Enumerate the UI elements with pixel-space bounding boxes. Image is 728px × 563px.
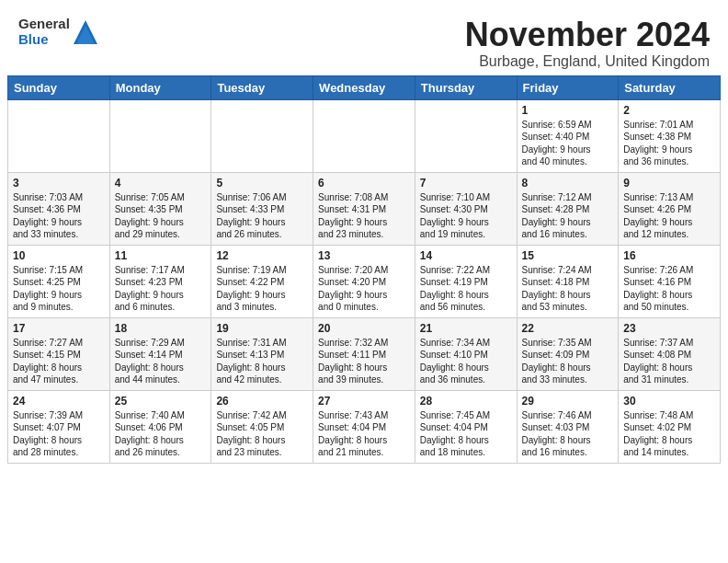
calendar-cell: 23Sunrise: 7:37 AM Sunset: 4:08 PM Dayli…	[619, 317, 721, 390]
day-number: 20	[318, 322, 410, 335]
day-number: 8	[522, 177, 614, 190]
calendar-cell: 9Sunrise: 7:13 AM Sunset: 4:26 PM Daylig…	[619, 172, 721, 245]
day-info: Sunrise: 7:19 AM Sunset: 4:22 PM Dayligh…	[216, 264, 308, 314]
calendar-cell: 25Sunrise: 7:40 AM Sunset: 4:06 PM Dayli…	[109, 390, 211, 463]
calendar-cell: 15Sunrise: 7:24 AM Sunset: 4:18 PM Dayli…	[517, 245, 619, 317]
day-info: Sunrise: 7:05 AM Sunset: 4:35 PM Dayligh…	[115, 191, 207, 241]
calendar-cell	[8, 99, 110, 172]
day-number: 3	[13, 177, 105, 190]
day-number: 15	[522, 249, 614, 262]
calendar-table: SundayMondayTuesdayWednesdayThursdayFrid…	[7, 75, 721, 464]
day-info: Sunrise: 7:45 AM Sunset: 4:04 PM Dayligh…	[420, 409, 512, 459]
weekday-header-tuesday: Tuesday	[211, 75, 313, 99]
calendar-cell: 4Sunrise: 7:05 AM Sunset: 4:35 PM Daylig…	[109, 172, 211, 245]
day-info: Sunrise: 7:08 AM Sunset: 4:31 PM Dayligh…	[318, 191, 410, 241]
calendar-cell: 20Sunrise: 7:32 AM Sunset: 4:11 PM Dayli…	[313, 317, 415, 390]
calendar-cell: 12Sunrise: 7:19 AM Sunset: 4:22 PM Dayli…	[211, 245, 313, 317]
day-number: 17	[13, 322, 105, 335]
calendar-cell: 29Sunrise: 7:46 AM Sunset: 4:03 PM Dayli…	[517, 390, 619, 463]
day-info: Sunrise: 7:48 AM Sunset: 4:02 PM Dayligh…	[623, 409, 715, 459]
day-info: Sunrise: 7:31 AM Sunset: 4:13 PM Dayligh…	[216, 337, 308, 386]
calendar-cell: 1Sunrise: 6:59 AM Sunset: 4:40 PM Daylig…	[517, 99, 619, 172]
calendar-cell: 17Sunrise: 7:27 AM Sunset: 4:15 PM Dayli…	[8, 317, 110, 390]
calendar-cell: 13Sunrise: 7:20 AM Sunset: 4:20 PM Dayli…	[313, 245, 415, 317]
day-number: 6	[318, 177, 410, 190]
calendar-cell: 11Sunrise: 7:17 AM Sunset: 4:23 PM Dayli…	[109, 245, 211, 317]
logo: General Blue	[18, 17, 99, 47]
logo-text: General Blue	[18, 17, 99, 47]
calendar-cell: 26Sunrise: 7:42 AM Sunset: 4:05 PM Dayli…	[211, 390, 313, 463]
day-number: 29	[522, 395, 614, 408]
location: Burbage, England, United Kingdom	[465, 53, 710, 70]
weekday-header-saturday: Saturday	[619, 75, 721, 99]
day-info: Sunrise: 7:35 AM Sunset: 4:09 PM Dayligh…	[522, 337, 614, 386]
day-info: Sunrise: 7:15 AM Sunset: 4:25 PM Dayligh…	[13, 264, 105, 314]
day-number: 14	[420, 249, 512, 262]
day-number: 11	[115, 249, 207, 262]
day-number: 12	[216, 249, 308, 262]
calendar-cell: 5Sunrise: 7:06 AM Sunset: 4:33 PM Daylig…	[211, 172, 313, 245]
calendar-cell: 30Sunrise: 7:48 AM Sunset: 4:02 PM Dayli…	[619, 390, 721, 463]
day-number: 21	[420, 322, 512, 335]
calendar-cell: 16Sunrise: 7:26 AM Sunset: 4:16 PM Dayli…	[619, 245, 721, 317]
logo-general: General	[18, 17, 70, 32]
calendar-cell: 24Sunrise: 7:39 AM Sunset: 4:07 PM Dayli…	[8, 390, 110, 463]
day-info: Sunrise: 7:24 AM Sunset: 4:18 PM Dayligh…	[522, 264, 614, 314]
day-info: Sunrise: 7:22 AM Sunset: 4:19 PM Dayligh…	[420, 264, 512, 314]
calendar-cell: 18Sunrise: 7:29 AM Sunset: 4:14 PM Dayli…	[109, 317, 211, 390]
day-number: 7	[420, 177, 512, 190]
day-number: 10	[13, 249, 105, 262]
header: General Blue November 2024 Burbage, Engl…	[0, 0, 728, 75]
title-block: November 2024 Burbage, England, United K…	[465, 17, 710, 70]
day-info: Sunrise: 7:46 AM Sunset: 4:03 PM Dayligh…	[522, 409, 614, 459]
day-number: 27	[318, 395, 410, 408]
calendar-cell: 21Sunrise: 7:34 AM Sunset: 4:10 PM Dayli…	[415, 317, 517, 390]
day-number: 22	[522, 322, 614, 335]
day-info: Sunrise: 7:20 AM Sunset: 4:20 PM Dayligh…	[318, 264, 410, 314]
logo-icon	[72, 18, 99, 46]
calendar-cell: 3Sunrise: 7:03 AM Sunset: 4:36 PM Daylig…	[8, 172, 110, 245]
weekday-header-thursday: Thursday	[415, 75, 517, 99]
weekday-header-sunday: Sunday	[8, 75, 110, 99]
day-info: Sunrise: 7:01 AM Sunset: 4:38 PM Dayligh…	[623, 119, 715, 168]
day-info: Sunrise: 7:17 AM Sunset: 4:23 PM Dayligh…	[115, 264, 207, 314]
day-number: 2	[623, 104, 715, 117]
calendar-cell	[415, 99, 517, 172]
day-number: 23	[623, 322, 715, 335]
day-info: Sunrise: 7:37 AM Sunset: 4:08 PM Dayligh…	[623, 337, 715, 386]
day-info: Sunrise: 7:29 AM Sunset: 4:14 PM Dayligh…	[115, 337, 207, 386]
month-title: November 2024	[465, 17, 710, 53]
day-number: 18	[115, 322, 207, 335]
day-info: Sunrise: 7:39 AM Sunset: 4:07 PM Dayligh…	[13, 409, 105, 459]
calendar-cell: 14Sunrise: 7:22 AM Sunset: 4:19 PM Dayli…	[415, 245, 517, 317]
day-info: Sunrise: 7:43 AM Sunset: 4:04 PM Dayligh…	[318, 409, 410, 459]
logo-blue: Blue	[18, 32, 70, 48]
day-number: 13	[318, 249, 410, 262]
calendar-cell: 19Sunrise: 7:31 AM Sunset: 4:13 PM Dayli…	[211, 317, 313, 390]
calendar-cell	[211, 99, 313, 172]
day-info: Sunrise: 7:13 AM Sunset: 4:26 PM Dayligh…	[623, 191, 715, 241]
day-info: Sunrise: 7:10 AM Sunset: 4:30 PM Dayligh…	[420, 191, 512, 241]
calendar-cell	[313, 99, 415, 172]
day-info: Sunrise: 7:32 AM Sunset: 4:11 PM Dayligh…	[318, 337, 410, 386]
calendar-cell: 7Sunrise: 7:10 AM Sunset: 4:30 PM Daylig…	[415, 172, 517, 245]
day-number: 19	[216, 322, 308, 335]
calendar-cell: 28Sunrise: 7:45 AM Sunset: 4:04 PM Dayli…	[415, 390, 517, 463]
day-info: Sunrise: 7:40 AM Sunset: 4:06 PM Dayligh…	[115, 409, 207, 459]
weekday-header-wednesday: Wednesday	[313, 75, 415, 99]
calendar-cell: 8Sunrise: 7:12 AM Sunset: 4:28 PM Daylig…	[517, 172, 619, 245]
day-info: Sunrise: 7:26 AM Sunset: 4:16 PM Dayligh…	[623, 264, 715, 314]
calendar-cell: 2Sunrise: 7:01 AM Sunset: 4:38 PM Daylig…	[619, 99, 721, 172]
day-info: Sunrise: 7:06 AM Sunset: 4:33 PM Dayligh…	[216, 191, 308, 241]
day-info: Sunrise: 7:34 AM Sunset: 4:10 PM Dayligh…	[420, 337, 512, 386]
day-number: 16	[623, 249, 715, 262]
weekday-header-monday: Monday	[109, 75, 211, 99]
day-number: 24	[13, 395, 105, 408]
day-info: Sunrise: 7:27 AM Sunset: 4:15 PM Dayligh…	[13, 337, 105, 386]
calendar-cell: 27Sunrise: 7:43 AM Sunset: 4:04 PM Dayli…	[313, 390, 415, 463]
day-number: 25	[115, 395, 207, 408]
day-number: 30	[623, 395, 715, 408]
day-info: Sunrise: 7:42 AM Sunset: 4:05 PM Dayligh…	[216, 409, 308, 459]
day-info: Sunrise: 6:59 AM Sunset: 4:40 PM Dayligh…	[522, 119, 614, 168]
weekday-header-friday: Friday	[517, 75, 619, 99]
